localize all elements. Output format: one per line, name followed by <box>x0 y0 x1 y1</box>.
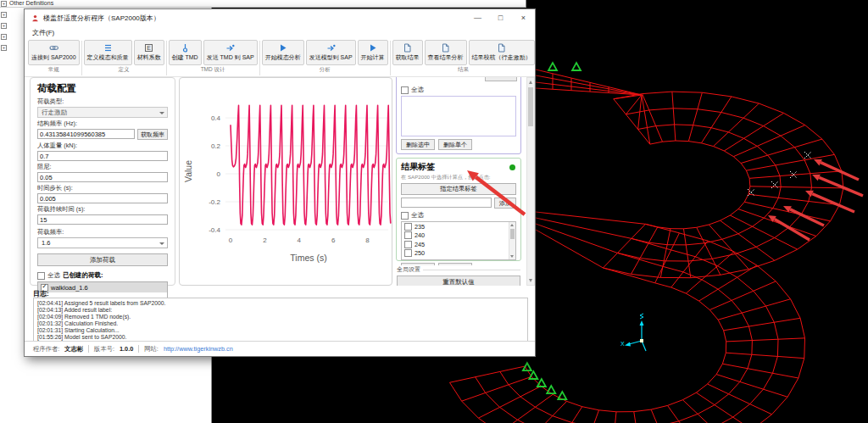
item-checkbox[interactable] <box>404 249 412 257</box>
connect-sap2000-button[interactable]: 连接到 SAP2000 <box>28 40 80 65</box>
log-entry: [02:01:32] Calculation Finished. <box>37 320 524 327</box>
svg-text:0.2: 0.2 <box>211 142 221 150</box>
log-entry: [02:04:41] Assigned 5 result labels from… <box>37 300 524 307</box>
scroll-thumb[interactable] <box>528 87 533 126</box>
svg-text:0.4: 0.4 <box>211 114 221 122</box>
play-icon <box>278 43 287 53</box>
list-item[interactable]: 235 <box>402 222 515 231</box>
svg-text:0: 0 <box>229 237 233 244</box>
result-check-button[interactable]: 结果校核（行走激励） <box>469 40 535 65</box>
get-results-button[interactable]: 获取结果 <box>392 40 423 65</box>
toolbar-group-tmd: 创建 TMD 发送 TMD 到 SAP TMD 设计 <box>169 40 258 74</box>
list-scrollbar[interactable] <box>509 222 515 259</box>
list-item[interactable]: 245 <box>402 240 515 249</box>
body-weight-input[interactable] <box>37 151 168 161</box>
close-button[interactable]: × <box>512 9 535 26</box>
minimize-button[interactable]: — <box>466 9 489 26</box>
add-result-label-button[interactable]: 添加 <box>494 198 516 209</box>
toolbar-group-label: 结果 <box>392 66 535 74</box>
get-frequency-button[interactable]: 获取频率 <box>137 129 168 140</box>
panel-scrollbar[interactable] <box>526 77 535 286</box>
timestep-label: 时间步长 (s): <box>37 184 168 192</box>
modal-mass-icon <box>103 43 113 53</box>
global-settings-label: 全局设置 <box>397 265 420 274</box>
result-labels-title: 结果标签 <box>401 161 435 173</box>
result-labels-list[interactable]: 235 240 245 250 <box>401 221 516 260</box>
list-item[interactable]: 240 <box>402 231 515 241</box>
scroll-down-icon[interactable] <box>510 255 514 258</box>
toolbar-separator <box>81 41 82 75</box>
log-box[interactable]: [02:04:41] Assigned 5 result labels from… <box>33 298 528 342</box>
svg-text:Value: Value <box>183 160 193 182</box>
create-tmd-icon <box>181 43 190 53</box>
divider <box>88 345 89 353</box>
tmd-nodes-section: 全选 删除选中 删除单个 <box>396 77 521 154</box>
send-tmd-icon <box>225 43 235 53</box>
right-settings-panel: 全选 删除选中 删除单个 结果标签 在 SAP2000 中选择计算点，然后点击:… <box>396 77 535 286</box>
load-frequency-select[interactable]: 1.6 <box>37 237 168 248</box>
start-modal-analysis-button[interactable]: 开始模态分析 <box>262 40 304 65</box>
svg-text:E: E <box>147 45 151 51</box>
site-link[interactable]: http://www.tigerkinwzb.cn <box>164 345 233 353</box>
result-label-input[interactable] <box>401 198 492 208</box>
send-model-button[interactable]: 发送模型到 SAP <box>306 40 356 65</box>
floor-comfort-analysis-window: 楼盖舒适度分析程序（SAP2000版本） — □ × 文件(F) 连接到 SAP… <box>24 8 536 357</box>
scroll-up-icon[interactable] <box>529 81 532 84</box>
tmd-delete-single-button[interactable]: 删除单个 <box>438 139 472 150</box>
toolbar-group-results: 获取结果 查看结果分析 结果校核（行走激励） 结果 <box>392 40 535 74</box>
svg-text:-0.2: -0.2 <box>209 198 220 206</box>
structure-frequency-label: 结构频率 (Hz): <box>37 120 168 128</box>
toolbar-group-label: 定义 <box>84 66 164 74</box>
scroll-up-icon[interactable] <box>510 224 514 226</box>
status-dot-icon <box>509 164 515 170</box>
create-tmd-button[interactable]: 创建 TMD <box>169 40 202 65</box>
clipped-button[interactable] <box>485 77 517 81</box>
add-load-button[interactable]: 添加荷载 <box>37 253 168 266</box>
toolbar-separator <box>259 41 260 75</box>
item-checkbox[interactable] <box>404 231 412 239</box>
document-icon <box>497 43 506 53</box>
tmd-node-list[interactable] <box>401 96 516 136</box>
result-labels-section: 结果标签 在 SAP2000 中选择计算点，然后点击: 指定结果标签 添加 全选 <box>396 158 521 261</box>
maximize-button[interactable]: □ <box>489 9 512 26</box>
define-modal-mass-button[interactable]: 定义模态和质量 <box>84 40 132 65</box>
toolbar: 连接到 SAP2000 常规 定义模态和质量 E 材料系数 定义 <box>25 39 535 77</box>
svg-text:2: 2 <box>263 237 267 244</box>
chevron-down-icon <box>159 242 164 245</box>
toolbar-group-label: 常规 <box>28 66 80 74</box>
reset-defaults-button[interactable]: 重置默认值 <box>397 276 520 286</box>
tmd-delete-selected-button[interactable]: 删除选中 <box>401 139 435 150</box>
labels-select-all-checkbox[interactable] <box>401 212 409 220</box>
timestep-input[interactable] <box>37 193 168 203</box>
body-weight-label: 人体重量 (kN): <box>37 142 168 150</box>
send-tmd-button[interactable]: 发送 TMD 到 SAP <box>203 40 258 65</box>
scroll-thumb[interactable] <box>510 229 515 239</box>
svg-text:-0.4: -0.4 <box>209 226 220 234</box>
list-item-walkload[interactable]: walkload_1.6 <box>38 282 167 292</box>
tmd-select-all-checkbox[interactable] <box>401 86 409 94</box>
damping-input[interactable] <box>37 172 168 182</box>
material-coefficient-button[interactable]: E 材料系数 <box>134 40 164 65</box>
title-bar[interactable]: 楼盖舒适度分析程序（SAP2000版本） — □ × <box>25 9 535 26</box>
send-model-icon <box>326 43 336 53</box>
menu-file[interactable]: 文件(F) <box>32 28 54 37</box>
version-value: 1.0.0 <box>120 345 133 353</box>
select-all-checkbox[interactable] <box>37 272 45 280</box>
duration-input[interactable] <box>37 214 168 225</box>
document-icon <box>441 43 450 53</box>
view-result-analysis-button[interactable]: 查看结果分析 <box>425 40 467 65</box>
toolbar-group-general: 连接到 SAP2000 常规 <box>28 40 80 74</box>
structure-frequency-input[interactable] <box>37 129 135 139</box>
start-calculation-button[interactable]: 开始计算 <box>358 40 388 65</box>
log-entry: [01:55:26] Model sent to SAP2000. <box>37 334 524 341</box>
assign-result-labels-button[interactable]: 指定结果标签 <box>401 183 516 195</box>
screen: Other Definitions Structural Objects X 楼… <box>0 0 868 423</box>
log-entry: [02:01:31] Starting Calculation... <box>37 327 524 334</box>
list-item[interactable]: 250 <box>402 249 515 259</box>
item-checkbox[interactable] <box>404 223 412 231</box>
item-checkbox[interactable] <box>404 241 412 248</box>
scroll-down-icon[interactable] <box>529 279 532 282</box>
document-icon <box>403 43 412 53</box>
created-loads-label: 已创建的荷载: <box>63 271 103 280</box>
load-type-select[interactable]: 行走激励 <box>37 107 168 118</box>
